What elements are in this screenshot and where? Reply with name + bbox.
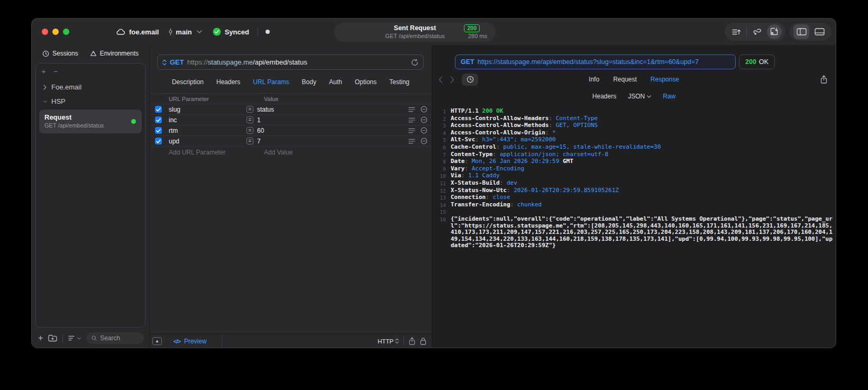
add-value-placeholder[interactable]: Add Value: [264, 149, 293, 156]
param-enabled-checkbox[interactable]: [155, 106, 162, 113]
request-tab-headers[interactable]: Headers: [216, 78, 240, 86]
toggle-sidebar-button[interactable]: [793, 24, 809, 39]
response-subtab-raw[interactable]: Raw: [663, 93, 675, 100]
tab-environments[interactable]: Environments: [90, 50, 139, 57]
row-options-icon[interactable]: [408, 139, 415, 144]
param-value-field[interactable]: 7: [257, 138, 408, 145]
resend-request-button[interactable]: [411, 59, 418, 66]
cloud-icon: [116, 29, 125, 35]
add-session-button[interactable]: +: [41, 67, 46, 76]
response-line-text: Cache-Control: public, max-age=15, stale…: [451, 144, 834, 151]
remove-param-button[interactable]: [421, 116, 427, 123]
lock-icon[interactable]: [420, 337, 426, 345]
sent-request-url-box[interactable]: GET https://statuspage.me/api/embed/stat…: [455, 55, 736, 69]
response-line: 12X-Status-Now-Utc: 2026-01-26T20:29:59.…: [436, 187, 834, 195]
response-pane: GET https://statuspage.me/api/embed/stat…: [432, 45, 836, 348]
remove-param-button[interactable]: [421, 106, 427, 113]
import-export-box-icon: [770, 28, 779, 36]
response-line-text: Access-Control-Allow-Methods: GET, OPTIO…: [451, 122, 834, 129]
param-name-field[interactable]: upd: [169, 138, 246, 145]
preview-toggle[interactable]: </> Preview: [173, 338, 207, 345]
param-row-slug: slug=status: [150, 104, 432, 115]
line-number: 4: [436, 130, 446, 137]
remove-param-button[interactable]: [421, 127, 427, 134]
request-tab-auth[interactable]: Auth: [329, 78, 342, 86]
response-subtab-json[interactable]: JSON: [628, 93, 651, 100]
add-param-row[interactable]: Add URL Parameter Add Value: [150, 147, 432, 158]
toggle-bottom-panel-button[interactable]: [811, 24, 827, 39]
param-value-field[interactable]: 60: [257, 127, 408, 134]
collapse-panel-button[interactable]: ▲: [152, 337, 162, 345]
line-number: 2: [436, 115, 446, 123]
sent-request-summary[interactable]: Sent Request 200 GET /api/embed/status 2…: [334, 22, 496, 42]
method-selector-icon[interactable]: [162, 59, 167, 66]
row-options-icon[interactable]: [408, 117, 415, 123]
param-enabled-checkbox[interactable]: [155, 116, 162, 123]
response-tab-response[interactable]: Response: [651, 76, 679, 83]
param-value-field[interactable]: 1: [257, 116, 408, 124]
url-params-table: URL Parameter Value slug=statusinc=1rtm=…: [150, 93, 432, 158]
param-enabled-checkbox[interactable]: [155, 138, 162, 144]
response-subtab-headers[interactable]: Headers: [592, 93, 616, 100]
param-name-field[interactable]: rtm: [169, 127, 246, 134]
equals-icon: =: [246, 106, 253, 113]
response-line-text: Alt-Svc: h3=":443"; ma=2592000: [451, 137, 834, 143]
url-host: statuspage.me: [208, 58, 253, 66]
share-icon[interactable]: [409, 337, 415, 345]
branch-switcher[interactable]: main: [168, 28, 202, 36]
request-actions-group: [725, 23, 785, 41]
line-number: 10: [436, 173, 446, 180]
request-url-bar[interactable]: GET https://statuspage.me/api/embed/stat…: [157, 55, 424, 70]
import-export-button[interactable]: [767, 24, 782, 39]
param-enabled-checkbox[interactable]: [155, 127, 162, 134]
search-input[interactable]: [100, 334, 139, 342]
sidebar-panel-icon: [797, 28, 807, 35]
sort-requests-button[interactable]: [728, 24, 744, 39]
main-content: Sessions Environments + −: [32, 45, 836, 348]
sidebar-search[interactable]: [86, 332, 144, 344]
request-tab-testing[interactable]: Testing: [389, 78, 409, 86]
row-options-icon[interactable]: [408, 107, 415, 112]
column-url-parameter: URL Parameter: [150, 96, 253, 102]
list-filter-icon: [68, 335, 76, 341]
add-url-parameter-placeholder[interactable]: Add URL Parameter: [169, 149, 253, 156]
list-options-button[interactable]: [68, 335, 81, 341]
remove-session-button[interactable]: −: [53, 67, 58, 76]
response-line-text: {"incidents":null,"overall":{"code":"ope…: [451, 216, 834, 249]
remove-param-button[interactable]: [421, 138, 427, 144]
tree-item-foe-email[interactable]: Foe.email: [39, 80, 142, 94]
tree-item-hsp[interactable]: HSP: [39, 94, 142, 108]
row-options-icon[interactable]: [408, 128, 415, 133]
sync-status[interactable]: Synced: [213, 28, 249, 36]
param-name-field[interactable]: slug: [169, 106, 246, 113]
new-folder-icon[interactable]: [48, 334, 57, 342]
response-tab-request[interactable]: Request: [613, 76, 637, 83]
tab-sessions[interactable]: Sessions: [42, 50, 78, 57]
line-number: 16: [436, 216, 446, 223]
request-method[interactable]: GET: [170, 58, 184, 66]
request-tab-description[interactable]: Description: [172, 78, 204, 86]
close-window-button[interactable]: [42, 29, 48, 35]
panel-add-remove: + −: [36, 64, 145, 77]
protocol-selector[interactable]: HTTP: [378, 338, 399, 344]
request-list-item-selected[interactable]: Request GET /api/embed/status: [39, 110, 142, 133]
new-request-button[interactable]: +: [38, 333, 43, 343]
param-value-field[interactable]: status: [257, 106, 408, 113]
project-switcher[interactable]: foe.email: [116, 28, 159, 36]
response-tab-info[interactable]: Info: [589, 76, 599, 83]
lasso-select-button[interactable]: [749, 24, 765, 39]
minimize-window-button[interactable]: [52, 29, 59, 35]
sidebar: Sessions Environments + −: [32, 45, 149, 348]
response-code[interactable]: 1HTTP/1.1 200 OK2Access-Control-Allow-He…: [432, 103, 836, 348]
response-line: 1HTTP/1.1 200 OK: [436, 108, 834, 115]
zoom-window-button[interactable]: [63, 29, 69, 35]
line-number: 3: [436, 122, 446, 130]
request-tab-options[interactable]: Options: [355, 78, 377, 86]
line-number: 12: [436, 187, 446, 195]
response-line-text: Access-Control-Allow-Headers: Content-Ty…: [451, 115, 834, 122]
summary-duration: 280 ms: [468, 32, 487, 40]
request-tab-body[interactable]: Body: [302, 78, 316, 86]
export-response-button[interactable]: [820, 75, 827, 84]
request-tab-url-params[interactable]: URL Params: [253, 78, 289, 86]
param-name-field[interactable]: inc: [169, 116, 246, 124]
